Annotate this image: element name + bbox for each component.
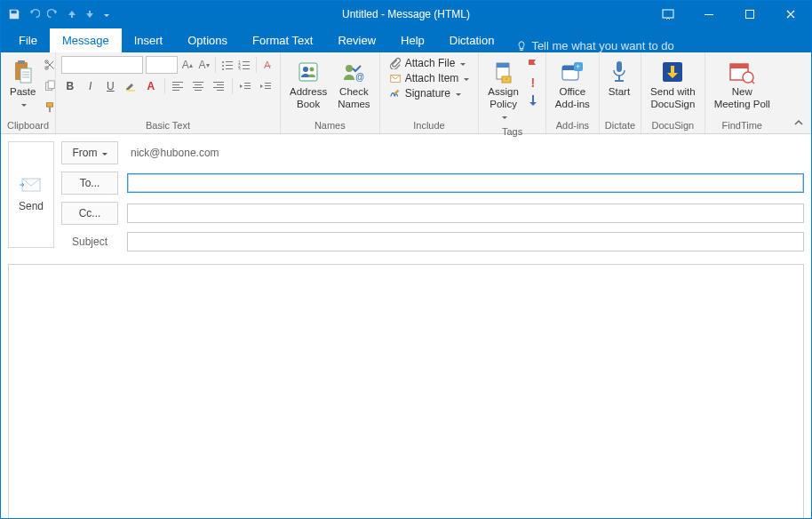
next-item-icon[interactable] — [84, 9, 95, 20]
signature-icon — [389, 87, 402, 100]
tab-options[interactable]: Options — [175, 28, 240, 52]
tab-message[interactable]: Message — [50, 28, 122, 52]
from-button[interactable]: From — [61, 141, 118, 164]
group-label-tags: Tags — [484, 124, 540, 140]
svg-text:@: @ — [355, 72, 364, 82]
check-names-button[interactable]: @ Check Names — [334, 56, 373, 113]
underline-button[interactable]: U — [101, 77, 119, 95]
increase-indent-button[interactable] — [257, 77, 275, 95]
svg-rect-9 — [49, 81, 55, 89]
align-left-button[interactable] — [169, 77, 187, 95]
svg-rect-17 — [226, 68, 233, 69]
increase-font-button[interactable]: A▴ — [180, 56, 195, 74]
dictate-start-button[interactable]: Start — [605, 56, 633, 100]
chevron-down-icon — [458, 57, 466, 69]
close-button[interactable] — [770, 1, 811, 28]
undo-icon[interactable] — [28, 8, 40, 20]
clear-formatting-button[interactable]: A̶ — [260, 56, 275, 74]
decrease-font-button[interactable]: A▾ — [197, 56, 211, 74]
subject-input[interactable] — [127, 232, 804, 252]
attach-file-label: Attach File — [405, 57, 456, 69]
group-clipboard: Paste Clipboard — [1, 52, 56, 133]
tab-help[interactable]: Help — [388, 28, 437, 52]
check-names-icon: @ — [341, 58, 366, 86]
collapse-ribbon-button[interactable] — [793, 117, 804, 128]
maximize-button[interactable] — [729, 1, 770, 28]
low-importance-button[interactable] — [526, 93, 540, 108]
group-dictate: Start Dictate — [600, 52, 641, 133]
highlight-icon — [124, 80, 137, 92]
cc-button[interactable]: Cc... — [61, 202, 118, 225]
follow-up-button[interactable] — [526, 58, 540, 72]
svg-text:3: 3 — [238, 67, 241, 70]
paperclip-icon — [389, 57, 402, 69]
svg-rect-2 — [746, 11, 754, 19]
exclamation-icon: ! — [531, 76, 536, 90]
font-size-select[interactable] — [146, 56, 178, 74]
svg-rect-5 — [20, 68, 31, 83]
chevron-down-icon — [100, 147, 107, 159]
subject-row: Subject — [61, 232, 804, 252]
previous-item-icon[interactable] — [67, 9, 77, 20]
save-icon[interactable] — [8, 8, 20, 20]
new-meeting-poll-button[interactable]: New Meeting Poll — [711, 56, 774, 113]
decrease-indent-button[interactable] — [237, 77, 255, 95]
ribbon: Paste Clipboard — [1, 52, 811, 134]
ribbon-tabs: File Message Insert Options Format Text … — [1, 28, 811, 52]
tab-dictation[interactable]: Dictation — [437, 28, 507, 52]
signature-button[interactable]: Signature — [386, 86, 474, 100]
numbering-button[interactable]: 123 — [237, 56, 251, 74]
svg-rect-27 — [172, 87, 183, 88]
italic-button[interactable]: I — [82, 77, 100, 95]
font-family-select[interactable] — [61, 56, 143, 74]
tab-file[interactable]: File — [6, 28, 50, 52]
tab-insert[interactable]: Insert — [122, 28, 176, 52]
svg-point-14 — [222, 65, 224, 67]
minimize-button[interactable] — [689, 1, 729, 28]
group-label-clipboard: Clipboard — [6, 118, 50, 133]
format-painter-icon — [44, 101, 56, 114]
office-addins-label: Office Add-ins — [555, 86, 590, 111]
svg-rect-4 — [18, 60, 25, 64]
paste-button[interactable]: Paste — [6, 56, 39, 113]
bullets-button[interactable] — [220, 56, 235, 74]
qat-customize-icon[interactable] — [102, 8, 109, 20]
office-addins-button[interactable]: + Office Add-ins — [552, 56, 593, 113]
svg-rect-31 — [193, 87, 203, 88]
address-book-button[interactable]: Address Book — [286, 56, 330, 113]
to-button[interactable]: To... — [61, 172, 118, 195]
svg-rect-13 — [226, 61, 233, 62]
svg-rect-19 — [243, 61, 250, 62]
cc-input[interactable] — [127, 204, 804, 223]
svg-rect-35 — [213, 87, 224, 88]
send-button[interactable]: Send — [8, 141, 54, 248]
align-center-button[interactable] — [189, 77, 207, 95]
attach-item-button[interactable]: Attach Item — [386, 71, 474, 85]
redo-icon[interactable] — [47, 8, 60, 20]
font-color-button[interactable]: A — [142, 77, 160, 95]
svg-rect-58 — [618, 76, 620, 80]
eraser-icon: A̶ — [264, 60, 271, 71]
microphone-icon — [609, 58, 629, 86]
svg-rect-1 — [705, 14, 713, 15]
align-right-button[interactable] — [210, 77, 227, 95]
highlight-button[interactable] — [122, 77, 139, 95]
ribbon-display-options-button[interactable] — [648, 1, 689, 28]
tell-me-search[interactable]: Tell me what you want to do — [506, 39, 673, 52]
to-input[interactable] — [127, 173, 804, 193]
message-body[interactable] — [8, 264, 804, 519]
send-with-docusign-button[interactable]: Send with DocuSign — [647, 56, 699, 113]
bold-button[interactable]: B — [61, 77, 79, 95]
assign-policy-icon — [493, 58, 514, 86]
tab-format-text[interactable]: Format Text — [240, 28, 325, 52]
tab-review[interactable]: Review — [325, 28, 388, 52]
subject-label: Subject — [61, 236, 118, 248]
svg-rect-36 — [217, 90, 224, 91]
assign-policy-button[interactable]: Assign Policy — [484, 56, 522, 124]
assign-policy-label: Assign Policy — [488, 86, 519, 111]
cc-row: Cc... — [61, 202, 804, 225]
high-importance-button[interactable]: ! — [526, 76, 540, 90]
attach-file-button[interactable]: Attach File — [386, 56, 474, 70]
address-book-label: Address Book — [290, 86, 327, 111]
flag-icon — [526, 59, 540, 71]
